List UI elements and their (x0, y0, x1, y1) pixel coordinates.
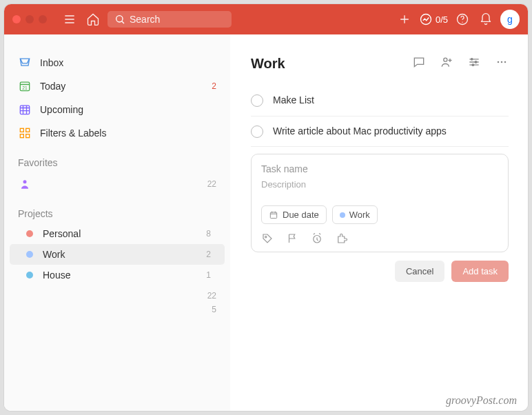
sidebar-item-inbox[interactable]: Inbox (4, 51, 230, 74)
extension-icon[interactable] (336, 232, 348, 245)
project-title: Work (251, 56, 285, 72)
help-icon[interactable] (453, 10, 471, 28)
avatar[interactable]: g (500, 10, 520, 29)
project-item-house[interactable]: House 1 (10, 265, 225, 285)
task-name-input[interactable] (261, 163, 498, 174)
watermark: groovyPost.com (446, 394, 517, 407)
header-bar: Search 0/5 g (4, 4, 528, 34)
priority-flag-icon[interactable] (286, 232, 298, 245)
svg-point-11 (23, 180, 27, 183)
more-icon[interactable] (495, 55, 509, 72)
task-title: Write article about Mac productivity app… (273, 125, 447, 139)
svg-point-13 (471, 59, 473, 61)
project-item-work[interactable]: Work 2 (10, 244, 225, 265)
project-label: House (43, 270, 70, 281)
main-panel: Work Make (230, 34, 528, 411)
sidebar-item-today[interactable]: 21 Today 2 (4, 74, 230, 98)
add-task-icon[interactable] (396, 10, 413, 28)
menu-icon[interactable] (61, 10, 79, 28)
favorite-count: 22 (207, 179, 216, 189)
svg-rect-9 (20, 134, 23, 138)
task-row[interactable]: Write article about Mac productivity app… (251, 117, 509, 148)
favorite-item[interactable]: 22 (4, 172, 230, 196)
today-count: 2 (212, 81, 216, 91)
composer-mini-actions (261, 232, 498, 245)
search-placeholder: Search (130, 14, 160, 25)
sidebar-summary: 22 5 (4, 285, 230, 314)
svg-point-20 (265, 236, 267, 238)
project-color-dot (26, 272, 33, 279)
composer-buttons: Cancel Add task (251, 261, 509, 282)
cancel-button[interactable]: Cancel (395, 261, 444, 282)
task-title: Make List (273, 94, 314, 108)
search-input[interactable]: Search (108, 11, 232, 28)
sidebar: Inbox 21 Today 2 Upcoming Filters & Labe… (4, 34, 230, 411)
sidebar-item-label: Upcoming (40, 104, 83, 115)
view-options-icon[interactable] (467, 55, 481, 72)
sidebar-item-label: Inbox (40, 57, 63, 68)
project-header: Work (251, 55, 509, 72)
task-checkbox[interactable] (251, 125, 263, 138)
svg-text:21: 21 (22, 85, 28, 90)
due-date-chip[interactable]: Due date (261, 205, 327, 224)
productivity-button[interactable]: 0/5 (419, 12, 448, 26)
sidebar-item-filters[interactable]: Filters & Labels (4, 121, 230, 145)
sidebar-item-label: Filters & Labels (40, 128, 106, 139)
zoom-window-button[interactable] (39, 15, 47, 23)
project-chip[interactable]: Work (332, 205, 378, 224)
notifications-icon[interactable] (477, 10, 495, 28)
svg-rect-19 (270, 212, 276, 219)
task-composer: Due date Work (251, 154, 509, 252)
minimize-window-button[interactable] (25, 15, 34, 23)
project-count: 2 (206, 250, 211, 259)
add-task-button[interactable]: Add task (451, 261, 509, 282)
window-controls (12, 15, 47, 23)
svg-rect-7 (20, 128, 23, 132)
favorites-header[interactable]: Favorites (4, 145, 230, 172)
home-icon[interactable] (84, 10, 102, 28)
label-icon[interactable] (261, 232, 274, 245)
svg-rect-8 (26, 128, 30, 132)
close-window-button[interactable] (12, 15, 21, 23)
projects-header[interactable]: Projects (4, 196, 230, 223)
svg-point-0 (116, 16, 123, 22)
comments-icon[interactable] (412, 55, 426, 72)
svg-point-3 (462, 22, 462, 23)
sidebar-item-label: Today (40, 81, 65, 92)
svg-point-16 (498, 61, 500, 63)
svg-rect-6 (20, 105, 29, 114)
task-checkbox[interactable] (251, 94, 263, 107)
body: Inbox 21 Today 2 Upcoming Filters & Labe… (4, 34, 528, 411)
svg-point-17 (501, 61, 503, 63)
project-label: Work (43, 249, 65, 260)
project-item-personal[interactable]: Personal 8 (10, 223, 225, 244)
project-label: Personal (43, 228, 81, 239)
project-color-dot (26, 230, 33, 237)
task-description-input[interactable] (261, 179, 498, 190)
task-row[interactable]: Make List (251, 85, 509, 117)
svg-point-15 (472, 64, 474, 66)
project-actions (412, 55, 509, 72)
svg-point-12 (444, 58, 447, 61)
svg-point-18 (504, 61, 507, 63)
project-count: 1 (206, 270, 211, 280)
svg-point-14 (475, 61, 477, 63)
reminder-clock-icon[interactable] (311, 232, 323, 245)
project-count: 8 (206, 229, 211, 239)
productivity-count: 0/5 (436, 14, 448, 25)
share-icon[interactable] (440, 55, 453, 72)
sidebar-item-upcoming[interactable]: Upcoming (4, 98, 230, 121)
svg-rect-10 (26, 134, 30, 138)
app-window: Search 0/5 g Inbox 21 Tod (4, 4, 528, 411)
project-color-dot (26, 251, 33, 258)
project-chip-dot (340, 212, 345, 218)
